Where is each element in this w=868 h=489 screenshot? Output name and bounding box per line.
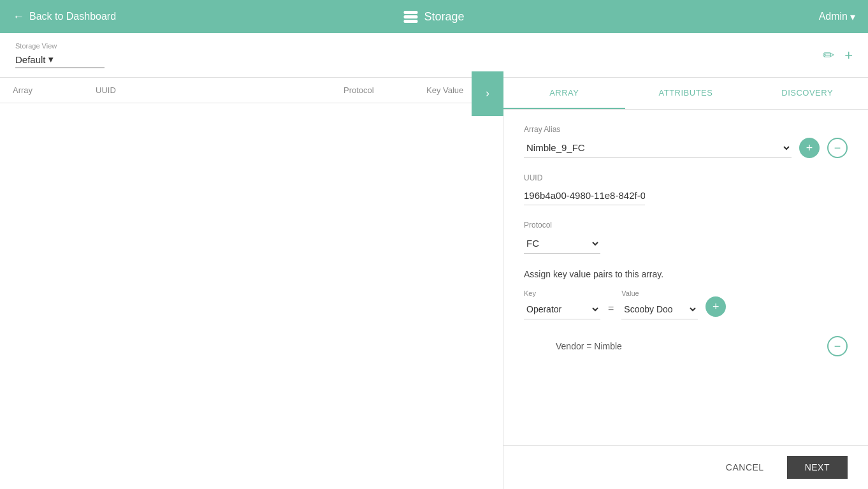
add-button[interactable]: + <box>844 47 853 64</box>
table-area: Array UUID Protocol Key Value <box>0 78 503 489</box>
kv-add-btn[interactable]: + <box>705 296 726 317</box>
toolbar-icons: ✏ + <box>823 47 853 64</box>
array-alias-label: Array Alias <box>524 125 848 134</box>
value-group: Value Scooby Doo <box>621 289 698 319</box>
key-group: Key Operator <box>524 289 600 319</box>
admin-menu[interactable]: Admin ▾ <box>819 11 855 23</box>
right-panel: › ARRAY ATTRIBUTES DISCOVERY Array Alias… <box>503 78 868 489</box>
storage-view-chevron-icon: ▾ <box>48 54 54 65</box>
top-nav: ← Back to Dashboard Storage Admin ▾ <box>0 0 868 33</box>
panel-footer: CANCEL NEXT <box>503 445 868 489</box>
protocol-select[interactable]: FC iSCSI <box>524 233 600 254</box>
array-alias-remove-btn[interactable]: − <box>827 138 848 158</box>
array-alias-group: Array Alias Nimble_9_FC + − <box>524 125 848 158</box>
vendor-row: Vendor = Nimble − <box>524 330 848 363</box>
storage-view-select[interactable]: Default ▾ <box>15 51 105 68</box>
panel-toggle-button[interactable]: › <box>472 71 503 116</box>
tab-discovery[interactable]: DISCOVERY <box>746 78 868 109</box>
key-value-row: Key Operator = Value Scooby Doo + <box>524 289 848 319</box>
admin-label: Admin <box>819 11 848 22</box>
tab-attributes[interactable]: ATTRIBUTES <box>625 78 747 109</box>
uuid-label: UUID <box>524 173 848 182</box>
table-header: Array UUID Protocol Key Value <box>0 78 503 103</box>
array-alias-select[interactable]: Nimble_9_FC <box>524 138 792 158</box>
col-header-protocol: Protocol <box>344 85 426 95</box>
protocol-group: Protocol FC iSCSI <box>524 221 848 254</box>
storage-view-value: Default <box>15 54 46 65</box>
app-title-section: Storage <box>403 10 464 24</box>
panel-tabs: › ARRAY ATTRIBUTES DISCOVERY <box>503 78 868 110</box>
key-select[interactable]: Operator <box>524 300 600 319</box>
col-header-uuid: UUID <box>83 85 344 95</box>
value-select[interactable]: Scooby Doo <box>621 300 698 319</box>
tab-array[interactable]: ARRAY <box>503 78 625 109</box>
edit-button[interactable]: ✏ <box>823 47 834 64</box>
storage-icon <box>403 11 417 23</box>
toolbar: Storage View Default ▾ ✏ + <box>0 33 868 78</box>
storage-view-section: Storage View Default ▾ <box>15 42 105 68</box>
storage-view-label: Storage View <box>15 42 105 50</box>
protocol-label: Protocol <box>524 221 848 230</box>
array-alias-input-row: Nimble_9_FC + − <box>524 138 848 158</box>
panel-content: Array Alias Nimble_9_FC + − UUID Protoco… <box>503 110 868 445</box>
array-alias-add-btn[interactable]: + <box>799 138 820 158</box>
uuid-group: UUID <box>524 173 848 205</box>
assign-text: Assign key value pairs to this array. <box>524 269 848 279</box>
value-label: Value <box>621 289 698 297</box>
vendor-remove-btn[interactable]: − <box>827 336 848 356</box>
vendor-text: Vendor = Nimble <box>556 341 622 351</box>
back-label: Back to Dashboard <box>29 11 116 22</box>
back-arrow-icon: ← <box>13 10 24 24</box>
equals-sign: = <box>608 303 614 319</box>
uuid-input[interactable] <box>524 186 645 205</box>
next-button[interactable]: NEXT <box>787 456 848 479</box>
main-content: Array UUID Protocol Key Value › ARRAY AT… <box>0 78 868 489</box>
back-to-dashboard-btn[interactable]: ← Back to Dashboard <box>13 10 116 24</box>
admin-chevron-icon: ▾ <box>850 11 855 23</box>
cancel-button[interactable]: CANCEL <box>711 456 779 479</box>
key-label: Key <box>524 289 600 297</box>
col-header-array: Array <box>0 85 83 95</box>
chevron-right-icon: › <box>486 87 489 100</box>
app-title: Storage <box>424 10 464 24</box>
